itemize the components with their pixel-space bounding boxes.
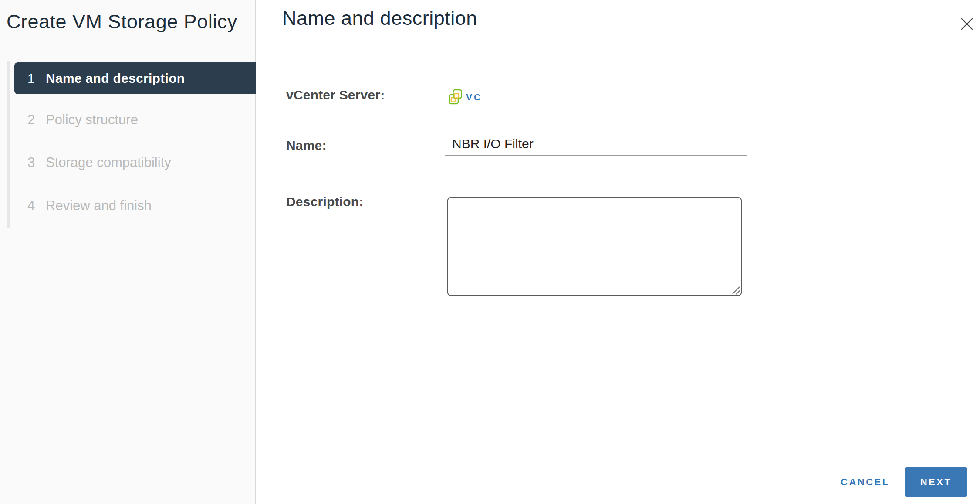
step-label: Policy structure xyxy=(46,112,138,128)
wizard-step-panel: Name and description vCenter Server: VC … xyxy=(256,0,980,504)
description-label: Description: xyxy=(286,194,363,209)
wizard-step-name-and-description[interactable]: 1 Name and description xyxy=(14,62,256,94)
cancel-button[interactable]: CANCEL xyxy=(837,475,893,490)
page-title: Name and description xyxy=(282,7,477,30)
wizard-sidebar: Create VM Storage Policy 1 Name and desc… xyxy=(0,0,256,504)
step-number: 4 xyxy=(27,198,46,214)
wizard-step-review-and-finish[interactable]: 4 Review and finish xyxy=(14,190,256,221)
vcenter-server-label: vCenter Server: xyxy=(286,88,385,102)
wizard-step-storage-compatibility[interactable]: 3 Storage compatibility xyxy=(14,146,256,178)
name-input[interactable] xyxy=(445,134,747,156)
vcenter-server-link[interactable]: VC xyxy=(466,92,482,102)
close-icon[interactable] xyxy=(956,14,977,35)
wizard-title: Create VM Storage Policy xyxy=(7,10,237,33)
step-number: 1 xyxy=(27,71,46,86)
next-button[interactable]: NEXT xyxy=(905,467,967,497)
description-textarea[interactable] xyxy=(447,197,742,296)
step-number: 3 xyxy=(27,155,46,170)
step-label: Storage compatibility xyxy=(46,155,171,170)
create-vm-storage-policy-dialog: Create VM Storage Policy 1 Name and desc… xyxy=(0,0,980,504)
name-label: Name: xyxy=(286,138,327,153)
wizard-step-policy-structure[interactable]: 2 Policy structure xyxy=(14,104,256,136)
step-progress-track xyxy=(7,61,10,228)
vcenter-icon xyxy=(449,89,463,106)
step-label: Name and description xyxy=(46,71,185,86)
step-label: Review and finish xyxy=(46,198,152,214)
step-number: 2 xyxy=(27,112,46,128)
